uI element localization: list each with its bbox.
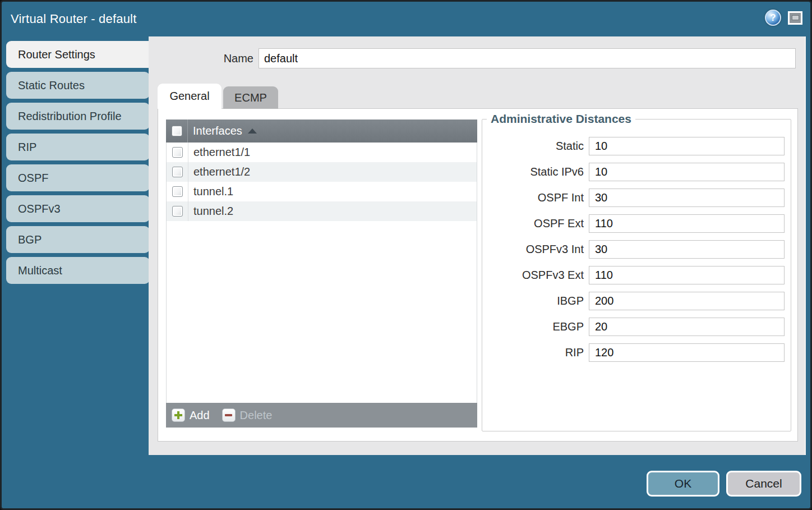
field-rip: RIP xyxy=(482,343,785,362)
sidebar-item-rip[interactable]: RIP xyxy=(6,134,150,160)
interface-name: tunnel.1 xyxy=(193,185,233,198)
ospf-ext-input[interactable] xyxy=(589,214,785,233)
tab-ecmp[interactable]: ECMP xyxy=(223,86,278,109)
ibgp-label: IBGP xyxy=(482,295,589,307)
ospf-int-label: OSPF Int xyxy=(482,191,589,204)
select-all-checkbox[interactable] xyxy=(172,126,182,136)
field-ibgp: IBGP xyxy=(482,291,785,310)
interfaces-column-header[interactable]: Interfaces xyxy=(193,125,242,137)
row-checkbox-cell xyxy=(167,162,188,182)
sidebar-item-bgp[interactable]: BGP xyxy=(6,226,150,253)
ospfv3-int-label: OSPFv3 Int xyxy=(482,243,589,256)
restore-window-icon-inner xyxy=(792,15,799,20)
field-static-ipv6: Static IPv6 xyxy=(482,162,785,181)
ok-button[interactable]: OK xyxy=(647,471,719,497)
add-icon xyxy=(172,408,185,422)
table-row[interactable]: tunnel.2 xyxy=(167,201,477,221)
sidebar-item-multicast[interactable]: Multicast xyxy=(6,257,150,284)
ospfv3-ext-input[interactable] xyxy=(589,266,785,284)
tab-general[interactable]: General xyxy=(158,84,222,109)
static-ipv6-label: Static IPv6 xyxy=(482,166,589,178)
sidebar-item-static-routes[interactable]: Static Routes xyxy=(6,72,150,99)
field-static: Static xyxy=(482,136,785,155)
main-content: Name General ECMP Interfaces xyxy=(149,36,806,455)
table-row[interactable]: tunnel.1 xyxy=(167,182,477,201)
general-tab-panel: Interfaces ethernet1/1 ethernet xyxy=(158,108,798,442)
ospf-ext-label: OSPF Ext xyxy=(482,217,589,230)
sidebar: Router Settings Static Routes Redistribu… xyxy=(6,41,150,288)
sidebar-item-ospfv3[interactable]: OSPFv3 xyxy=(6,195,150,222)
delete-button-label: Delete xyxy=(240,409,273,422)
interfaces-table-footer: Add Delete xyxy=(166,403,477,428)
delete-icon xyxy=(222,408,236,422)
static-input[interactable] xyxy=(589,137,785,155)
field-ospfv3-int: OSPFv3 Int xyxy=(482,240,785,259)
rip-label: RIP xyxy=(482,346,589,359)
field-ospfv3-ext: OSPFv3 Ext xyxy=(482,265,785,284)
ospfv3-int-input[interactable] xyxy=(589,240,785,259)
table-row[interactable]: ethernet1/2 xyxy=(167,162,477,182)
row-checkbox[interactable] xyxy=(172,167,183,177)
field-ospf-ext: OSPF Ext xyxy=(482,214,785,233)
row-checkbox[interactable] xyxy=(172,147,183,158)
administrative-distances-legend: Administrative Distances xyxy=(487,112,635,126)
row-checkbox[interactable] xyxy=(172,206,183,217)
ebgp-label: EBGP xyxy=(482,320,589,333)
interface-name: ethernet1/1 xyxy=(193,146,250,159)
field-ebgp: EBGP xyxy=(482,317,785,336)
interface-name: ethernet1/2 xyxy=(193,166,250,178)
interfaces-table-body: ethernet1/1 ethernet1/2 tunnel.1 xyxy=(166,143,477,403)
name-row: Name xyxy=(149,48,805,68)
ospfv3-ext-label: OSPFv3 Ext xyxy=(482,269,589,282)
administrative-distances-group: Administrative Distances Static Static I… xyxy=(482,119,791,431)
row-checkbox-cell xyxy=(167,143,188,162)
interfaces-table: Interfaces ethernet1/1 ethernet xyxy=(166,120,477,428)
static-ipv6-input[interactable] xyxy=(589,163,785,181)
tab-strip: General ECMP xyxy=(158,84,278,109)
cancel-button[interactable]: Cancel xyxy=(726,471,801,497)
sidebar-item-redistribution-profile[interactable]: Redistribution Profile xyxy=(6,103,150,130)
rip-input[interactable] xyxy=(589,343,785,362)
ospf-int-input[interactable] xyxy=(589,189,785,207)
title-bar-icons: ? xyxy=(765,10,802,26)
row-checkbox-cell xyxy=(167,201,188,221)
static-label: Static xyxy=(482,140,589,153)
delete-button[interactable]: Delete xyxy=(222,408,273,422)
restore-window-icon[interactable] xyxy=(788,11,802,25)
interfaces-table-header[interactable]: Interfaces xyxy=(166,120,477,143)
dialog-title: Virtual Router - default xyxy=(11,12,137,26)
add-button-label: Add xyxy=(190,409,210,422)
select-all-cell xyxy=(166,120,188,143)
sidebar-item-ospf[interactable]: OSPF xyxy=(6,164,150,191)
interface-name: tunnel.2 xyxy=(193,205,233,218)
sort-ascending-icon[interactable] xyxy=(248,128,257,134)
table-row[interactable]: ethernet1/1 xyxy=(167,143,477,162)
row-checkbox[interactable] xyxy=(172,186,183,197)
sidebar-item-router-settings[interactable]: Router Settings xyxy=(6,41,153,68)
add-button[interactable]: Add xyxy=(172,408,210,422)
name-label: Name xyxy=(149,52,259,65)
virtual-router-dialog: Virtual Router - default ? Router Settin… xyxy=(0,0,812,510)
ebgp-input[interactable] xyxy=(589,318,785,336)
ibgp-input[interactable] xyxy=(589,292,785,310)
help-icon[interactable]: ? xyxy=(765,10,781,26)
administrative-distances-fields: Static Static IPv6 OSPF Int OSPF Ext xyxy=(482,120,791,362)
field-ospf-int: OSPF Int xyxy=(482,188,785,207)
row-checkbox-cell xyxy=(167,182,188,201)
name-input[interactable] xyxy=(259,48,796,68)
title-bar: Virtual Router - default ? xyxy=(2,2,810,36)
